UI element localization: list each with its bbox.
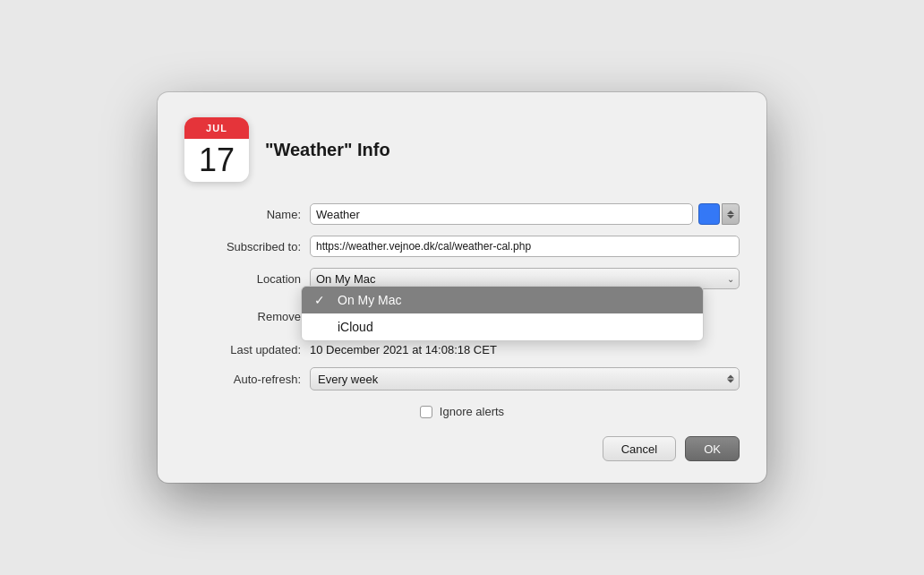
checkmark-icon: ✓ bbox=[314, 293, 329, 307]
dropdown-item-on-my-mac[interactable]: ✓ On My Mac bbox=[302, 287, 703, 313]
last-updated-row: Last updated: 10 December 2021 at 14:08:… bbox=[184, 343, 740, 356]
location-dropdown-popup: ✓ On My Mac iCloud bbox=[301, 286, 704, 341]
calendar-day: 17 bbox=[184, 139, 249, 182]
bottom-buttons: Cancel OK bbox=[184, 436, 740, 461]
stepper-down-icon bbox=[727, 215, 734, 219]
dropdown-item-icloud-label: iCloud bbox=[338, 320, 373, 334]
last-updated-value: 10 December 2021 at 14:08:18 CET bbox=[310, 343, 497, 356]
auto-refresh-label: Auto-refresh: bbox=[184, 373, 301, 386]
name-row: Name: bbox=[184, 203, 740, 225]
location-area: Location On My Mac iCloud ⌄ ✓ On My Mac bbox=[184, 268, 740, 289]
color-picker-wrapper bbox=[698, 203, 740, 225]
dialog-header: JUL 17 "Weather" Info bbox=[184, 117, 740, 182]
name-label: Name: bbox=[184, 208, 301, 221]
ok-button[interactable]: OK bbox=[685, 436, 740, 461]
dropdown-item-label: On My Mac bbox=[338, 293, 402, 307]
subscribed-to-label: Subscribed to: bbox=[184, 240, 301, 253]
calendar-icon: JUL 17 bbox=[184, 117, 249, 182]
color-stepper[interactable] bbox=[722, 203, 740, 225]
color-swatch[interactable] bbox=[698, 203, 720, 225]
subscribed-to-row: Subscribed to: bbox=[184, 236, 740, 257]
form-section: Name: Subscribed to: Location bbox=[184, 203, 740, 418]
cancel-button[interactable]: Cancel bbox=[603, 436, 676, 461]
dialog-title: "Weather" Info bbox=[265, 140, 390, 160]
ignore-alerts-checkbox[interactable] bbox=[420, 406, 432, 418]
last-updated-label: Last updated: bbox=[184, 343, 301, 356]
ignore-alerts-label: Ignore alerts bbox=[440, 405, 504, 418]
subscribed-to-input[interactable] bbox=[310, 236, 740, 257]
name-input[interactable] bbox=[310, 203, 693, 225]
location-label: Location bbox=[184, 272, 301, 286]
remove-label: Remove bbox=[184, 310, 301, 323]
auto-refresh-select-wrapper: Every week Every day Every hour Every 5 … bbox=[310, 367, 740, 390]
ignore-alerts-row: Ignore alerts bbox=[184, 405, 740, 418]
weather-info-dialog: JUL 17 "Weather" Info Name: Subscrib bbox=[158, 92, 766, 483]
auto-refresh-row: Auto-refresh: Every week Every day Every… bbox=[184, 367, 740, 390]
stepper-up-icon bbox=[727, 210, 734, 214]
auto-refresh-select[interactable]: Every week Every day Every hour Every 5 … bbox=[310, 367, 740, 390]
calendar-month: JUL bbox=[184, 117, 249, 139]
dropdown-item-icloud[interactable]: iCloud bbox=[302, 313, 703, 340]
